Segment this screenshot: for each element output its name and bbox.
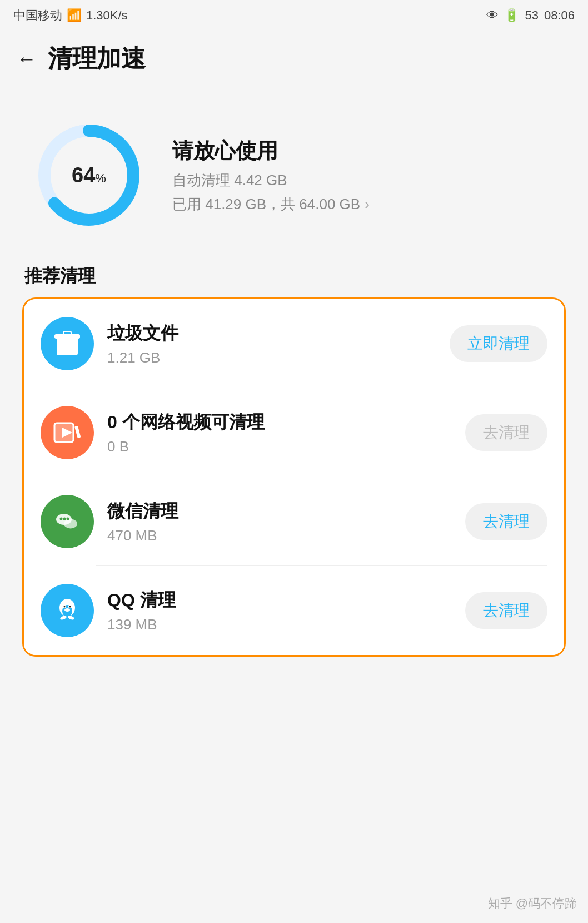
item-text: 0 个网络视频可清理 0 B [107, 410, 452, 455]
list-item: 微信清理 470 MB 去清理 [24, 477, 564, 566]
storage-auto-clean: 自动清理 4.42 GB [172, 171, 555, 190]
storage-detail[interactable]: 已用 41.29 GB，共 64.00 GB › [172, 195, 555, 214]
svg-point-10 [63, 518, 66, 520]
storage-section: 64% 请放心使用 自动清理 4.42 GB 已用 41.29 GB，共 64.… [22, 97, 566, 264]
recommended-card: 垃圾文件 1.21 GB 立即清理 0 个网络视频可清理 0 B 去清理 [22, 297, 566, 657]
eye-icon: 👁 [486, 8, 499, 23]
svg-point-9 [60, 518, 63, 520]
item-name: 0 个网络视频可清理 [107, 410, 452, 435]
video-icon [41, 406, 94, 459]
item-name: 垃圾文件 [107, 321, 436, 346]
main-content: 64% 请放心使用 自动清理 4.42 GB 已用 41.29 GB，共 64.… [0, 81, 588, 673]
signal-icon: 📶 [67, 8, 82, 23]
time-label: 08:06 [544, 8, 575, 23]
item-size: 1.21 GB [107, 349, 436, 366]
storage-used-label: 已用 41.29 GB，共 64.00 GB [172, 195, 360, 214]
status-bar: 中国移动 📶 1.30K/s 👁 🔋 53 08:06 [0, 0, 588, 31]
svg-point-11 [67, 518, 69, 520]
junk-icon [41, 317, 94, 370]
speed-label: 1.30K/s [86, 8, 128, 23]
storage-donut: 64% [33, 120, 144, 231]
clean-now-button[interactable]: 立即清理 [450, 325, 547, 362]
item-name: QQ 清理 [107, 588, 452, 613]
storage-percent: 64% [72, 163, 106, 187]
back-button[interactable]: ← [17, 47, 37, 71]
battery-icon: 🔋 [504, 8, 519, 23]
svg-rect-6 [74, 425, 81, 438]
item-text: QQ 清理 139 MB [107, 588, 452, 633]
wechat-icon [41, 495, 94, 548]
status-left: 中国移动 📶 1.30K/s [13, 7, 128, 24]
storage-status-title: 请放心使用 [172, 137, 555, 165]
svg-point-17 [69, 606, 71, 608]
qq-icon [41, 584, 94, 637]
svg-point-18 [64, 608, 70, 612]
storage-info: 请放心使用 自动清理 4.42 GB 已用 41.29 GB，共 64.00 G… [172, 137, 555, 214]
go-clean-button-qq[interactable]: 去清理 [465, 592, 547, 629]
go-clean-button-video[interactable]: 去清理 [465, 414, 547, 451]
svg-point-16 [64, 606, 66, 608]
battery-level: 53 [525, 8, 538, 23]
status-right: 👁 🔋 53 08:06 [486, 8, 575, 23]
item-size: 470 MB [107, 527, 452, 544]
svg-point-8 [64, 519, 77, 529]
item-name: 微信清理 [107, 499, 452, 524]
watermark: 知乎 @码不停蹄 [488, 895, 577, 912]
page-title: 清理加速 [48, 42, 146, 75]
item-text: 垃圾文件 1.21 GB [107, 321, 436, 366]
list-item: 0 个网络视频可清理 0 B 去清理 [24, 388, 564, 477]
go-clean-button-wechat[interactable]: 去清理 [465, 503, 547, 540]
list-item: 垃圾文件 1.21 GB 立即清理 [24, 299, 564, 388]
carrier-label: 中国移动 [13, 7, 62, 24]
list-item: QQ 清理 139 MB 去清理 [24, 566, 564, 655]
section-title: 推荐清理 [22, 264, 566, 289]
svg-rect-2 [54, 334, 80, 339]
item-size: 139 MB [107, 616, 452, 633]
chevron-right-icon: › [365, 196, 370, 213]
header: ← 清理加速 [0, 31, 588, 81]
item-size: 0 B [107, 438, 452, 455]
item-text: 微信清理 470 MB [107, 499, 452, 544]
